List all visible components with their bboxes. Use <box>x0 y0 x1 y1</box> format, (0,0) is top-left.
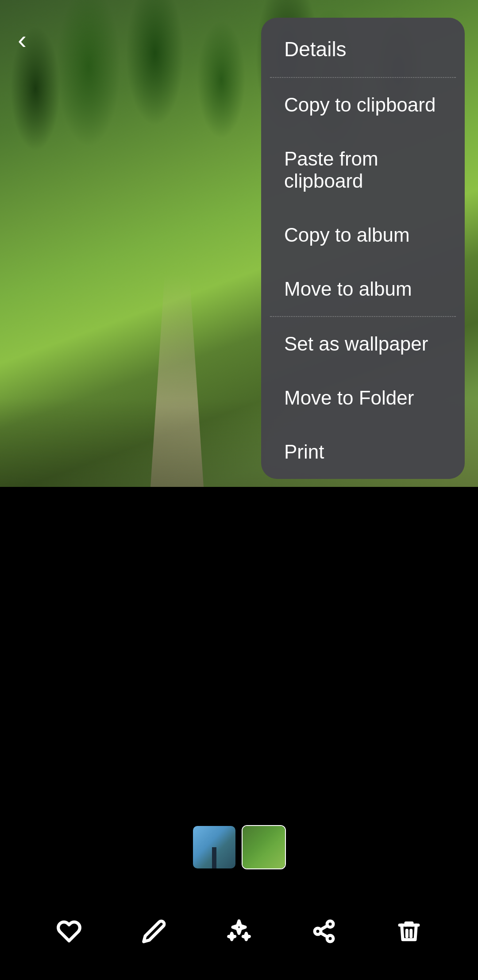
delete-button[interactable] <box>391 914 427 949</box>
heart-icon <box>57 919 81 944</box>
menu-title: Details <box>284 38 347 61</box>
favorite-button[interactable] <box>51 914 87 949</box>
back-button[interactable]: ‹ <box>18 27 27 53</box>
share-icon <box>312 919 336 944</box>
pencil-icon <box>142 919 166 944</box>
context-menu: Details Copy to clipboard Paste from cli… <box>261 18 465 479</box>
thumbnail-strip <box>192 825 286 869</box>
bottom-toolbar <box>0 883 478 980</box>
enhance-button[interactable] <box>221 914 257 949</box>
thumb-windmill-image <box>193 826 235 868</box>
menu-item-copy-album[interactable]: Copy to album <box>261 208 465 262</box>
thumb-park-image <box>243 826 285 868</box>
menu-header: Details <box>261 18 465 77</box>
svg-line-4 <box>320 926 328 930</box>
thumbnail-windmill[interactable] <box>192 825 236 869</box>
sparkles-icon <box>227 919 251 944</box>
menu-item-print[interactable]: Print <box>261 425 465 479</box>
share-button[interactable] <box>306 914 342 949</box>
menu-item-move-folder[interactable]: Move to Folder <box>261 371 465 425</box>
thumbnail-park[interactable] <box>242 825 286 869</box>
menu-item-move-album[interactable]: Move to album <box>261 262 465 316</box>
menu-item-copy-clipboard[interactable]: Copy to clipboard <box>261 78 465 132</box>
edit-button[interactable] <box>136 914 172 949</box>
trash-icon <box>397 919 421 944</box>
menu-item-paste-clipboard[interactable]: Paste from clipboard <box>261 132 465 208</box>
svg-line-3 <box>320 933 328 937</box>
photo-path <box>133 221 221 487</box>
menu-item-set-wallpaper[interactable]: Set as wallpaper <box>261 317 465 371</box>
